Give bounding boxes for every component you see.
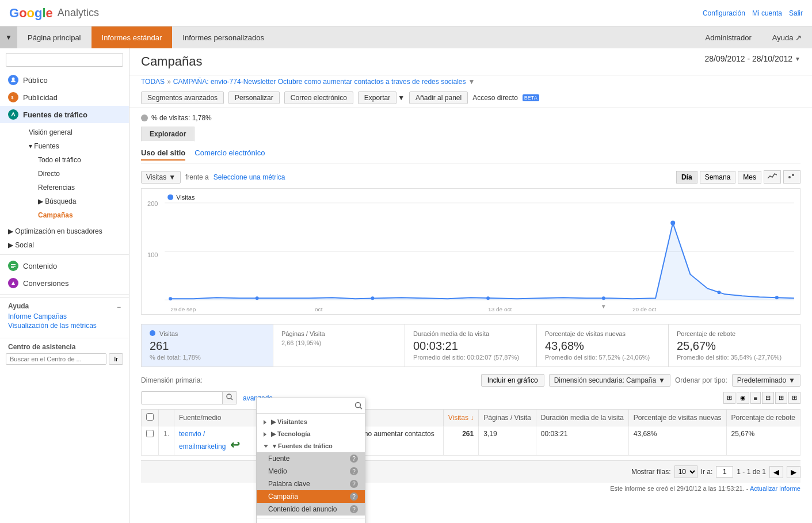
popup-item-medio[interactable]: Medio ? xyxy=(257,465,365,478)
subtab-uso[interactable]: Uso del sitio xyxy=(141,148,185,161)
select-metric[interactable]: Seleccione una métrica xyxy=(214,173,285,181)
toolbar-exportar-btn[interactable]: Exportar xyxy=(358,91,397,104)
popup-item-fuente[interactable]: Fuente ? xyxy=(257,452,365,465)
popup-campana-help[interactable]: ? xyxy=(350,493,358,501)
sidebar-item-publico[interactable]: Público xyxy=(0,71,129,89)
period-btn-dia[interactable]: Día xyxy=(676,171,697,184)
view-btn-pivot[interactable]: ⊞ xyxy=(775,392,787,404)
view-btn-pie[interactable]: ◉ xyxy=(737,392,749,404)
table-search-input[interactable] xyxy=(142,392,222,404)
th-nuevas[interactable]: Porcentaje de visitas nuevas xyxy=(628,410,726,426)
view-btn-table[interactable]: ⊞ xyxy=(723,392,735,404)
logout-link[interactable]: Salir xyxy=(789,9,803,17)
nav-tab-ayuda[interactable]: Ayuda ↗ xyxy=(762,26,812,48)
sidebar-item-publicidad[interactable]: $ Publicidad xyxy=(0,89,129,106)
help-link-metricas[interactable]: Visualización de las métricas xyxy=(8,322,121,330)
breadcrumb-all[interactable]: TODAS xyxy=(141,78,165,86)
rows-select[interactable]: 10 xyxy=(674,465,697,478)
popup-item-campana[interactable]: Campaña ? xyxy=(257,490,365,503)
page-input[interactable] xyxy=(716,466,733,478)
breadcrumb-dropdown[interactable]: ▼ xyxy=(468,78,475,86)
popup-item-tecnologia[interactable]: ▶ Tecnología xyxy=(257,428,365,440)
th-duracion[interactable]: Duración media de la visita xyxy=(536,410,628,426)
navbar-dropdown-btn[interactable]: ▼ xyxy=(0,26,17,48)
view-btn-custom[interactable]: ⊞ xyxy=(788,392,800,404)
help-collapse-btn[interactable]: − xyxy=(117,303,121,311)
secondary-dim-dropdown[interactable]: Dimensión secundaria: Campaña ▼ xyxy=(549,374,670,387)
sidebar-sub-todo-trafico[interactable]: Todo el tráfico xyxy=(17,153,129,167)
sidebar-sub-campanas[interactable]: Campañas xyxy=(17,208,129,222)
popup-arrow-tecnologia xyxy=(264,432,266,437)
breadcrumb-campaign[interactable]: CAMPAÑA: envio-774-Newsletter Octubre co… xyxy=(173,78,466,86)
sidebar-sub-busqueda[interactable]: ▶ Búsqueda xyxy=(17,194,129,208)
period-btn-semana[interactable]: Semana xyxy=(700,171,736,184)
chart-type-line-btn[interactable] xyxy=(764,170,781,184)
sidebar-item-conversiones[interactable]: Conversiones xyxy=(0,274,129,292)
th-paginas[interactable]: Páginas / Visita xyxy=(479,410,536,426)
sidebar-sub-directo[interactable]: Directo xyxy=(17,167,129,181)
view-btn-compare[interactable]: ⊟ xyxy=(762,392,774,404)
center-search-go-btn[interactable]: Ir xyxy=(109,353,123,365)
popup-item-palabra[interactable]: Palabra clave ? xyxy=(257,478,365,490)
center-search-input[interactable] xyxy=(6,353,106,365)
sidebar-sub-fuentes[interactable]: ▾ Fuentes xyxy=(17,139,129,153)
nav-tab-informes-personalizados[interactable]: Informes personalizados xyxy=(172,26,275,48)
view-btn-bar[interactable]: ≡ xyxy=(750,392,761,404)
go-label: Ir a: xyxy=(701,468,713,476)
toolbar-segmentos-btn[interactable]: Segmentos avanzados xyxy=(141,91,224,104)
popup-item-fuentes[interactable]: ▾ Fuentes de tráfico xyxy=(257,440,365,452)
table-search-btn[interactable] xyxy=(222,392,237,404)
sidebar-sub-referencias[interactable]: Referencias xyxy=(17,181,129,194)
metric-popup-search-input[interactable] xyxy=(259,400,354,411)
metric-cell-paginas[interactable]: Páginas / Visita 2,66 (19,95%) xyxy=(273,325,405,367)
popup-medio-help[interactable]: ? xyxy=(350,467,358,475)
date-range[interactable]: 28/09/2012 - 28/10/2012 ▼ xyxy=(705,54,800,63)
period-btn-mes[interactable]: Mes xyxy=(738,171,761,184)
nav-tab-administrador[interactable]: Administrador xyxy=(695,26,762,48)
nav-tab-informes-estandar[interactable]: Informes estándar xyxy=(92,26,173,48)
row-select-checkbox[interactable] xyxy=(146,430,154,437)
footer-link[interactable]: Actualizar informe xyxy=(750,485,800,492)
sidebar-sub-social[interactable]: ▶ Social xyxy=(0,238,129,252)
metric-dropdown[interactable]: Visitas ▼ xyxy=(141,171,181,184)
popup-item-visitantes[interactable]: ▶ Visitantes xyxy=(257,416,365,428)
svg-text:200: 200 xyxy=(147,200,158,207)
next-page-btn[interactable]: ▶ xyxy=(787,466,800,478)
nav-tab-principal[interactable]: Página principal xyxy=(17,26,92,48)
toolbar-personalizar-btn[interactable]: Personalizar xyxy=(228,91,280,104)
explorer-tab[interactable]: Explorador xyxy=(141,127,195,142)
sidebar-item-contenido[interactable]: Contenido xyxy=(0,257,129,274)
config-link[interactable]: Configuración xyxy=(703,9,745,17)
th-visitas[interactable]: Visitas ↓ xyxy=(443,410,478,426)
include-graph-btn[interactable]: Incluir en gráfico xyxy=(481,374,544,387)
popup-palabra-help[interactable]: ? xyxy=(350,480,358,488)
metric-cell-visitas[interactable]: Visitas 261 % del total: 1,78% xyxy=(142,325,273,367)
subtabs: Uso del sitio Comercio electrónico xyxy=(141,146,800,163)
popup-contenido-help[interactable]: ? xyxy=(350,505,358,513)
metric-cell-rebote[interactable]: Porcentaje de rebote 25,67% Promedio del… xyxy=(669,325,800,367)
toolbar-exportar-dropdown[interactable]: Exportar ▼ xyxy=(358,91,405,104)
subtab-comercio[interactable]: Comercio electrónico xyxy=(195,148,265,161)
metric-cell-duracion[interactable]: Duración media de la visita 00:03:21 Pro… xyxy=(405,325,537,367)
sidebar-sub-optimizacion[interactable]: ▶ Optimización en buscadores xyxy=(0,224,129,238)
row-source-link[interactable]: teenvio / emailmarketing xyxy=(179,430,226,451)
row-num: 1. xyxy=(159,426,174,456)
sidebar-sub-vision-general[interactable]: Visión general xyxy=(17,125,129,139)
chart-type-dot-btn[interactable] xyxy=(783,170,800,184)
popup-item-contenido[interactable]: Contenido del anuncio ? xyxy=(257,503,365,516)
select-all-checkbox[interactable] xyxy=(146,413,154,421)
prev-page-btn[interactable]: ◀ xyxy=(769,466,783,478)
account-link[interactable]: Mi cuenta xyxy=(752,9,782,17)
sidebar-item-fuentes-trafico[interactable]: Fuentes de tráfico xyxy=(0,106,129,123)
th-rebote[interactable]: Porcentaje de rebote xyxy=(726,410,800,426)
toolbar-correo-btn[interactable]: Correo electrónico xyxy=(284,91,353,104)
toolbar-anadir-btn[interactable]: Añadir al panel xyxy=(409,91,468,104)
sort-dropdown[interactable]: Predeterminado ▼ xyxy=(732,374,800,387)
metric-cell-nuevas[interactable]: Porcentaje de visitas nuevas 43,68% Prom… xyxy=(537,325,669,367)
th-fuente[interactable]: Fuente/medio xyxy=(174,410,257,426)
sidebar-search-input[interactable] xyxy=(6,53,123,67)
svg-line-30 xyxy=(231,398,232,400)
help-link-campanas[interactable]: Informe Campañas xyxy=(8,312,121,320)
popup-fuentes-label: ▾ Fuentes de tráfico xyxy=(273,442,333,450)
popup-fuente-help[interactable]: ? xyxy=(350,455,358,463)
